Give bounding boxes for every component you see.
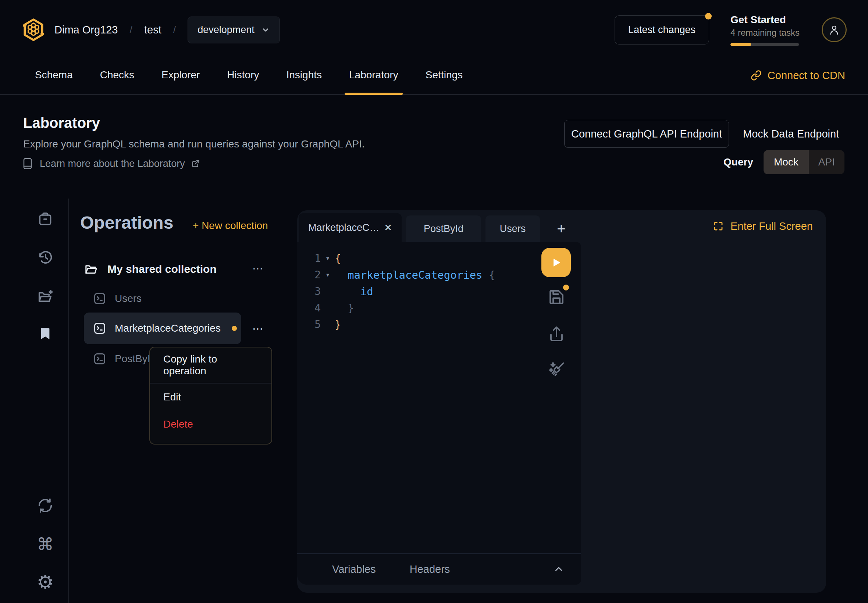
collection-row[interactable]: My shared collection [84,257,217,281]
book-icon [22,158,33,170]
command-icon: ⌘ [37,534,54,554]
save-operation-button[interactable] [548,288,565,306]
collapse-chevron-icon[interactable] [553,564,564,575]
get-started-progressbar [730,43,799,46]
line-number: 4 [297,302,321,314]
sidebar-item-new-collection[interactable] [36,286,55,306]
code-token: { [335,252,341,265]
line-number: 5 [297,319,321,331]
primary-nav: Schema Checks Explorer History Insights … [0,56,868,95]
close-tab-icon[interactable]: ✕ [384,222,392,233]
editor-tab-postbyid[interactable]: PostById [406,215,481,242]
operation-item-marketplacecategories[interactable]: MarketplaceCategories [93,312,221,344]
fullscreen-icon [713,221,724,232]
hive-logo[interactable] [21,18,46,42]
code-line: 5 } [297,316,525,333]
editor-tab-marketplacecategories[interactable]: MarketplaceC… ✕ [299,213,402,242]
topbar-right: Latest changes Get Started 4 remaining t… [614,8,847,51]
breadcrumb-org[interactable]: Dima Org123 [54,24,118,36]
collection-name: My shared collection [107,263,217,275]
external-link-icon [192,159,200,168]
tab-explorer[interactable]: Explorer [161,56,200,94]
unsaved-changes-dot [563,284,569,291]
share-operation-button[interactable] [548,325,565,343]
editor-bottom-bar: Variables Headers [297,554,581,584]
page-title: Laboratory [23,115,100,131]
menu-item-copy-link[interactable]: Copy link to operation [150,348,271,383]
laboratory-page: Dima Org123 / test / development Latest … [0,0,868,603]
code-line: 2 ▾ marketplaceCategories { [297,267,525,283]
graphql-query-editor[interactable]: 1 ▾ { 2 ▾ marketplaceCategories { 3 id [297,250,525,333]
query-editor-column: 1 ▾ { 2 ▾ marketplaceCategories { 3 id [297,242,581,584]
folder-open-icon [84,262,99,277]
connect-to-cdn-label: Connect to CDN [767,70,845,82]
operation-name: Users [115,293,142,305]
operations-title: Operations [80,212,173,233]
learn-more-label: Learn more about the Laboratory [40,158,185,170]
operation-name: MarketplaceCategories [115,322,221,334]
breadcrumb-project[interactable]: test [144,24,161,36]
fold-icon[interactable]: ▾ [321,255,335,262]
laboratory-editor-panel: 1 ▾ { 2 ▾ marketplaceCategories { 3 id [297,210,826,593]
gear-icon: ⚙ [37,571,54,593]
new-tab-button[interactable]: + [550,215,572,242]
sidebar-item-saved-operations[interactable] [36,324,55,343]
code-token: id [335,285,373,298]
latest-changes-label: Latest changes [628,24,696,35]
variables-tab[interactable]: Variables [332,563,376,575]
sidebar-item-shortcuts[interactable]: ⌘ [36,535,55,554]
chevron-down-icon [261,25,270,34]
enter-fullscreen-button[interactable]: Enter Full Screen [713,210,813,242]
tab-laboratory[interactable]: Laboratory [349,56,398,94]
run-query-button[interactable] [542,248,571,277]
line-number: 3 [297,285,321,297]
history-clock-icon [37,249,54,266]
operation-item-users[interactable]: Users [93,288,142,309]
new-collection-button[interactable]: + New collection [193,220,268,232]
tab-settings[interactable]: Settings [425,56,463,94]
learn-more-link[interactable]: Learn more about the Laboratory [22,158,200,170]
fold-icon[interactable]: ▾ [321,271,335,278]
user-avatar[interactable] [822,17,847,42]
notification-dot [705,13,712,20]
latest-changes-button[interactable]: Latest changes [614,15,709,45]
connect-to-cdn-link[interactable]: Connect to CDN [751,56,845,95]
sync-icon [37,497,54,514]
headers-tab[interactable]: Headers [410,563,450,575]
prettify-query-button[interactable] [548,360,565,378]
play-icon [550,256,562,269]
sidebar-item-sync[interactable] [36,496,55,515]
operation-item-postbyid[interactable]: PostById [93,348,156,370]
sidebar-item-settings[interactable]: ⚙ [36,572,55,592]
sidebar-item-docs[interactable] [36,209,55,228]
collection-menu-button[interactable]: ⋯ [252,262,265,275]
code-line: 1 ▾ { [297,250,525,267]
get-started-progress-fill [730,43,751,46]
code-token: } [335,319,341,331]
get-started-widget[interactable]: Get Started 4 remaining tasks [730,14,800,46]
menu-item-delete[interactable]: Delete [150,411,271,438]
tab-schema[interactable]: Schema [35,56,73,94]
code-line: 4 } [297,300,525,316]
operation-menu-button[interactable]: ⋯ [252,322,265,335]
breadcrumb-separator: / [127,24,135,36]
code-token: } [335,302,354,314]
editor-tab-users[interactable]: Users [486,215,540,242]
toggle-option-api[interactable]: API [809,150,845,174]
tab-history[interactable]: History [227,56,259,94]
page-description: Explore your GraphQL schema and run quer… [23,138,365,150]
toggle-option-mock[interactable]: Mock [764,150,809,174]
environment-dropdown[interactable]: development [187,17,280,43]
operation-context-menu: Copy link to operation Edit Delete [149,347,272,445]
archive-box-icon [37,211,53,227]
menu-item-edit[interactable]: Edit [150,383,271,411]
breadcrumb: Dima Org123 / test / development [21,8,280,51]
tab-checks[interactable]: Checks [100,56,134,94]
tab-insights[interactable]: Insights [286,56,322,94]
query-target-toggle: Mock API [764,150,845,174]
breadcrumb-separator: / [170,24,179,36]
sidebar-item-history[interactable] [36,248,55,267]
line-number: 1 [297,252,321,264]
connect-endpoint-button[interactable]: Connect GraphQL API Endpoint [564,120,729,148]
mock-data-endpoint-label[interactable]: Mock Data Endpoint [743,120,839,148]
